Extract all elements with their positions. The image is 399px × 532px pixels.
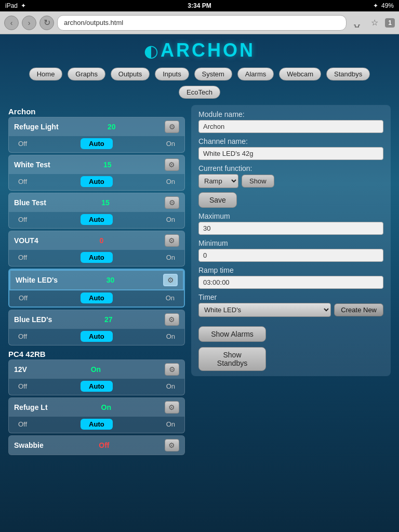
show-alarms-button[interactable]: Show Alarms bbox=[198, 326, 266, 342]
refuge-lt-on[interactable]: On bbox=[162, 419, 179, 429]
blue-test-auto[interactable]: Auto bbox=[81, 214, 113, 225]
blue-leds-gear[interactable]: ⚙ bbox=[165, 313, 179, 326]
blue-leds-off[interactable]: Off bbox=[14, 331, 31, 341]
back-button[interactable]: ‹ bbox=[4, 16, 19, 30]
section-archon-label: Archon bbox=[8, 105, 185, 117]
minimum-input[interactable] bbox=[198, 249, 383, 262]
12v-off[interactable]: Off bbox=[14, 381, 31, 391]
white-leds-controls: Off Auto On bbox=[9, 290, 184, 307]
nav-system[interactable]: System bbox=[194, 68, 232, 81]
nav-ecotech[interactable]: EcoTech bbox=[179, 86, 220, 99]
nav-sub: EcoTech bbox=[0, 84, 399, 103]
refuge-lt-auto[interactable]: Auto bbox=[81, 419, 113, 430]
refuge-light-value: 20 bbox=[108, 123, 116, 131]
output-blue-leds: Blue LED's 27 ⚙ Off Auto On bbox=[8, 310, 185, 345]
swabbie-gear[interactable]: ⚙ bbox=[165, 439, 179, 451]
white-test-value: 15 bbox=[103, 161, 112, 169]
refuge-light-controls: Off Auto On bbox=[9, 136, 184, 152]
minimum-label: Minimum bbox=[198, 239, 383, 247]
save-button[interactable]: Save bbox=[198, 192, 237, 208]
white-leds-gear[interactable]: ⚙ bbox=[163, 274, 178, 286]
white-test-gear[interactable]: ⚙ bbox=[165, 158, 179, 171]
module-name-input[interactable] bbox=[198, 120, 383, 133]
refuge-light-auto[interactable]: Auto bbox=[81, 138, 113, 149]
ramp-time-input[interactable] bbox=[198, 276, 383, 289]
timer-select[interactable]: White LED's Blue LED's Custom bbox=[198, 303, 331, 317]
ramp-time-label: Ramp time bbox=[198, 266, 383, 274]
nav-alarms[interactable]: Alarms bbox=[237, 68, 274, 81]
refuge-lt-off[interactable]: Off bbox=[14, 419, 31, 429]
browser-bar: ‹ › ↻ ⍽ ☆ 1 bbox=[0, 11, 399, 34]
12v-gear[interactable]: ⚙ bbox=[165, 363, 179, 376]
blue-leds-on[interactable]: On bbox=[162, 331, 179, 341]
page-background: ◐ ARCHON Home Graphs Outputs Inputs Syst… bbox=[0, 34, 399, 532]
vout4-controls: Off Auto On bbox=[9, 250, 184, 266]
white-leds-name: White LED's bbox=[16, 276, 58, 284]
address-input[interactable] bbox=[57, 15, 347, 31]
vout4-value: 0 bbox=[99, 236, 103, 245]
12v-controls: Off Auto On bbox=[9, 379, 184, 395]
vout4-gear[interactable]: ⚙ bbox=[165, 234, 179, 247]
bookmark-icon[interactable]: ☆ bbox=[367, 16, 382, 30]
white-test-on[interactable]: On bbox=[162, 177, 179, 187]
output-swabbie-header: Swabbie Off ⚙ bbox=[9, 436, 184, 455]
swabbie-name: Swabbie bbox=[14, 441, 44, 449]
output-white-test-header: White Test 15 ⚙ bbox=[9, 155, 184, 174]
white-leds-on[interactable]: On bbox=[162, 293, 179, 303]
white-leds-off[interactable]: Off bbox=[15, 293, 32, 303]
blue-test-off[interactable]: Off bbox=[14, 215, 31, 224]
nav-inputs[interactable]: Inputs bbox=[155, 68, 189, 81]
refuge-light-name: Refuge Light bbox=[14, 123, 59, 131]
show-button[interactable]: Show bbox=[242, 175, 274, 188]
vout4-off[interactable]: Off bbox=[14, 252, 31, 262]
output-refuge-light-header: Refuge Light 20 ⚙ bbox=[9, 117, 184, 136]
blue-test-on[interactable]: On bbox=[162, 215, 179, 224]
12v-auto[interactable]: Auto bbox=[81, 381, 113, 392]
show-standbys-button[interactable]: Show Standbys bbox=[198, 347, 266, 371]
refuge-lt-gear[interactable]: ⚙ bbox=[165, 401, 179, 414]
output-blue-leds-header: Blue LED's 27 ⚙ bbox=[9, 310, 184, 329]
channel-name-label: Channel name: bbox=[198, 137, 383, 145]
white-test-controls: Off Auto On bbox=[9, 174, 184, 190]
white-test-off[interactable]: Off bbox=[14, 177, 31, 187]
vout4-on[interactable]: On bbox=[162, 252, 179, 262]
blue-test-gear[interactable]: ⚙ bbox=[165, 196, 179, 209]
vout4-name: VOUT4 bbox=[14, 236, 38, 245]
white-test-auto[interactable]: Auto bbox=[81, 176, 113, 187]
refuge-light-gear[interactable]: ⚙ bbox=[165, 121, 179, 133]
refuge-light-on[interactable]: On bbox=[162, 139, 179, 149]
reload-button[interactable]: ↻ bbox=[39, 16, 54, 30]
blue-leds-auto[interactable]: Auto bbox=[81, 331, 113, 342]
status-bar: iPad ✦ 3:34 PM ✦ 49% bbox=[0, 0, 399, 11]
output-white-leds-header: White LED's 30 ⚙ bbox=[9, 270, 184, 290]
forward-button[interactable]: › bbox=[22, 16, 36, 30]
blue-leds-value: 27 bbox=[104, 315, 113, 324]
output-white-leds: White LED's 30 ⚙ Off Auto On bbox=[8, 269, 185, 308]
form-section: Module name: Channel name: Current funct… bbox=[191, 105, 391, 376]
current-function-row: Ramp Manual Timer PWM Show bbox=[198, 174, 383, 188]
nav-graphs[interactable]: Graphs bbox=[68, 68, 105, 81]
blue-test-name: Blue Test bbox=[14, 198, 46, 207]
maximum-input[interactable] bbox=[198, 222, 383, 235]
timer-row: White LED's Blue LED's Custom Create New bbox=[198, 303, 383, 317]
vout4-auto[interactable]: Auto bbox=[81, 252, 113, 263]
nav-standbys[interactable]: Standbys bbox=[326, 68, 370, 81]
refuge-light-off[interactable]: Off bbox=[14, 139, 31, 149]
12v-name: 12V bbox=[14, 365, 27, 374]
bluetooth-icon: ✦ bbox=[373, 2, 378, 9]
nav-home[interactable]: Home bbox=[29, 68, 63, 81]
nav-webcam[interactable]: Webcam bbox=[279, 68, 321, 81]
white-leds-auto[interactable]: Auto bbox=[81, 292, 113, 303]
blue-leds-name: Blue LED's bbox=[14, 315, 52, 324]
12v-value: On bbox=[91, 365, 101, 374]
create-new-button[interactable]: Create New bbox=[334, 303, 383, 316]
output-vout4-header: VOUT4 0 ⚙ bbox=[9, 231, 184, 250]
12v-on[interactable]: On bbox=[162, 381, 179, 391]
nav-outputs[interactable]: Outputs bbox=[111, 68, 150, 81]
share-icon[interactable]: ⍽ bbox=[350, 16, 364, 30]
status-right: ✦ 49% bbox=[373, 2, 394, 9]
channel-name-input[interactable] bbox=[198, 147, 383, 160]
current-function-select[interactable]: Ramp Manual Timer PWM bbox=[198, 174, 238, 188]
output-refuge-lt: Refuge Lt On ⚙ Off Auto On bbox=[8, 397, 185, 433]
tab-count[interactable]: 1 bbox=[385, 18, 395, 28]
